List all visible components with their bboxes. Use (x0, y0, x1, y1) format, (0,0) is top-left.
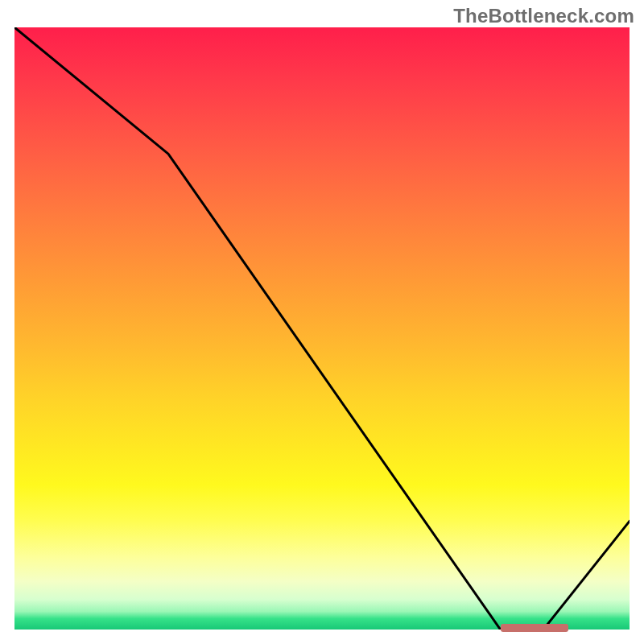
gradient-background (14, 27, 630, 630)
watermark-text: TheBottleneck.com (453, 5, 634, 27)
chart-container: TheBottleneck.com (0, 0, 644, 644)
